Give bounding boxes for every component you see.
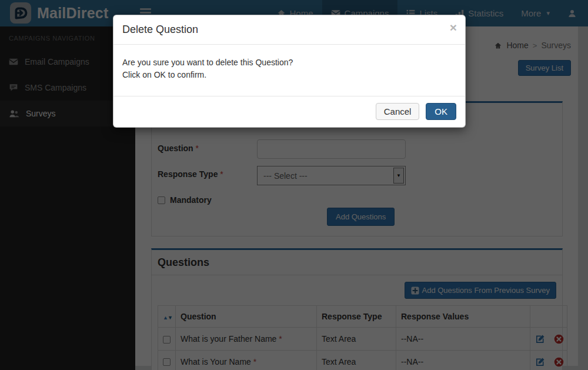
modal-body: Are you sure you want to delete this Que… xyxy=(113,45,465,96)
ok-button[interactable]: OK xyxy=(426,103,456,120)
cancel-button[interactable]: Cancel xyxy=(376,103,420,120)
delete-question-modal: Delete Question × Are you sure you want … xyxy=(113,15,466,128)
modal-footer: Cancel OK xyxy=(113,96,465,127)
modal-title: Delete Question xyxy=(122,24,198,35)
close-icon[interactable]: × xyxy=(450,21,457,34)
confirm-message-line2: Click on OK to confirm. xyxy=(122,69,456,81)
confirm-message-line1: Are you sure you want to delete this Que… xyxy=(122,56,456,69)
modal-header: Delete Question × xyxy=(113,15,465,45)
app-window: MailDirect Home Campaigns Lists Statisti… xyxy=(0,0,588,370)
